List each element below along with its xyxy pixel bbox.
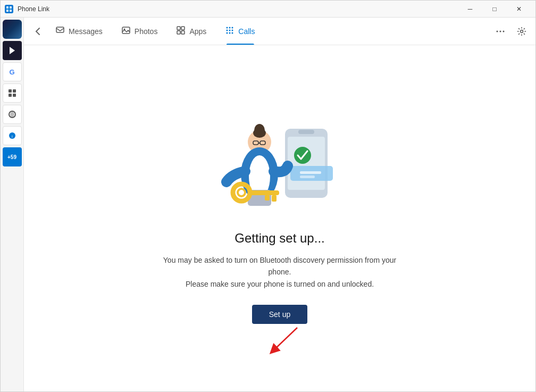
svg-point-31 [521, 30, 523, 32]
svg-line-54 [273, 328, 297, 351]
nav-tabs: Messages Photos [47, 18, 491, 45]
red-arrow-annotation [263, 325, 300, 357]
main-panel: Messages Photos [24, 18, 535, 391]
more-options-button[interactable] [491, 22, 510, 41]
svg-rect-0 [6, 6, 9, 9]
svg-point-20 [229, 27, 231, 28]
svg-text:i: i [12, 134, 13, 139]
svg-rect-3 [10, 10, 12, 12]
settings-button[interactable] [512, 22, 531, 41]
setup-illustration [221, 113, 338, 214]
svg-rect-37 [300, 171, 321, 174]
svg-rect-18 [181, 31, 185, 34]
sidebar-item-thumbnail[interactable] [3, 20, 22, 39]
svg-point-22 [227, 29, 228, 31]
tab-apps[interactable]: Apps [168, 18, 215, 45]
svg-rect-15 [177, 27, 180, 30]
tab-apps-label: Apps [189, 27, 206, 36]
description-line2: phone. [269, 268, 291, 276]
content-area: Getting set up... You may be asked to tu… [24, 45, 535, 391]
svg-point-24 [232, 29, 233, 31]
svg-rect-1 [10, 6, 12, 9]
svg-point-21 [232, 27, 233, 28]
svg-point-26 [229, 32, 231, 34]
svg-rect-52 [265, 195, 270, 201]
svg-point-25 [227, 32, 228, 34]
back-button[interactable] [28, 22, 47, 41]
setup-description: You may be asked to turn on Bluetooth di… [163, 254, 396, 290]
minimize-button[interactable]: ─ [458, 1, 482, 18]
sidebar-item-app2[interactable] [3, 105, 22, 124]
svg-rect-2 [6, 10, 9, 12]
tab-messages-label: Messages [69, 27, 103, 36]
nav-right [491, 22, 531, 41]
svg-point-35 [294, 147, 311, 164]
svg-rect-50 [250, 190, 279, 195]
svg-rect-5 [9, 89, 12, 93]
tab-calls[interactable]: Calls [217, 18, 263, 45]
svg-rect-16 [181, 27, 185, 30]
svg-rect-17 [177, 31, 180, 34]
sidebar: G i [1, 18, 24, 391]
svg-rect-12 [56, 27, 64, 32]
svg-point-27 [232, 32, 233, 34]
svg-rect-6 [13, 89, 16, 93]
phone-link-window: Phone Link ─ □ ✕ G [0, 0, 536, 392]
app-thumbnail-bg [3, 20, 22, 39]
window-title: Phone Link [18, 5, 458, 13]
svg-point-41 [253, 128, 266, 138]
svg-rect-7 [9, 94, 12, 97]
svg-rect-8 [13, 94, 16, 97]
svg-rect-33 [288, 137, 325, 190]
close-button[interactable]: ✕ [507, 1, 531, 18]
tab-messages[interactable]: Messages [47, 18, 111, 45]
svg-point-30 [503, 30, 505, 32]
calls-icon [225, 26, 234, 37]
app-body: G i [1, 18, 535, 391]
description-line1: You may be asked to turn on Bluetooth di… [163, 256, 396, 264]
photos-icon [122, 26, 130, 37]
setup-button[interactable]: Set up [252, 305, 307, 324]
svg-marker-4 [10, 47, 15, 54]
window-controls: ─ □ ✕ [458, 1, 531, 18]
svg-point-19 [227, 27, 228, 28]
nav-bar: Messages Photos [24, 18, 535, 45]
sidebar-item-play[interactable] [3, 41, 22, 60]
svg-rect-34 [298, 130, 314, 134]
title-bar: Phone Link ─ □ ✕ [1, 1, 535, 18]
svg-point-28 [497, 30, 498, 32]
app-icon [5, 5, 13, 13]
sidebar-item-app1[interactable] [3, 84, 22, 103]
maximize-button[interactable]: □ [482, 1, 507, 18]
description-line3: Please make sure your phone is turned on… [186, 280, 374, 288]
sidebar-item-app3[interactable]: i [3, 126, 22, 145]
apps-icon [177, 26, 185, 37]
svg-rect-38 [300, 176, 315, 178]
sidebar-item-google[interactable]: G [3, 62, 22, 81]
setup-button-container: Set up [252, 305, 307, 324]
sidebar-item-more-badge[interactable]: +59 [3, 147, 22, 166]
setup-title: Getting set up... [234, 231, 324, 246]
svg-point-29 [500, 30, 501, 32]
svg-rect-51 [272, 195, 277, 202]
messages-icon [56, 26, 64, 37]
sidebar-badge-label: +59 [7, 154, 16, 160]
tab-photos[interactable]: Photos [113, 18, 166, 45]
svg-point-49 [238, 189, 245, 196]
tab-photos-label: Photos [135, 27, 158, 36]
tab-calls-label: Calls [238, 27, 255, 36]
svg-point-23 [229, 29, 231, 31]
